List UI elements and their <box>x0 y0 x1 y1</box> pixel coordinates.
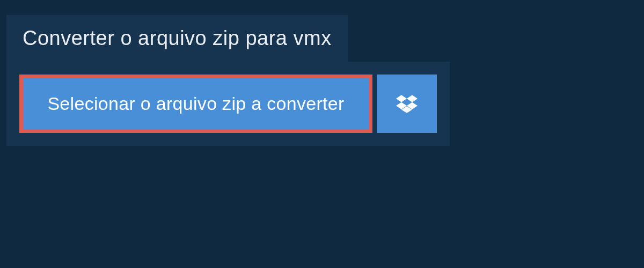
select-file-label: Selecionar o arquivo zip a converter <box>47 93 344 114</box>
select-file-button[interactable]: Selecionar o arquivo zip a converter <box>19 75 372 133</box>
page-title: Converter o arquivo zip para vmx <box>23 27 332 50</box>
dropbox-icon <box>396 93 418 115</box>
dropbox-button[interactable] <box>377 75 437 133</box>
upload-panel: Selecionar o arquivo zip a converter <box>6 62 450 146</box>
tab-header: Converter o arquivo zip para vmx <box>6 15 348 62</box>
